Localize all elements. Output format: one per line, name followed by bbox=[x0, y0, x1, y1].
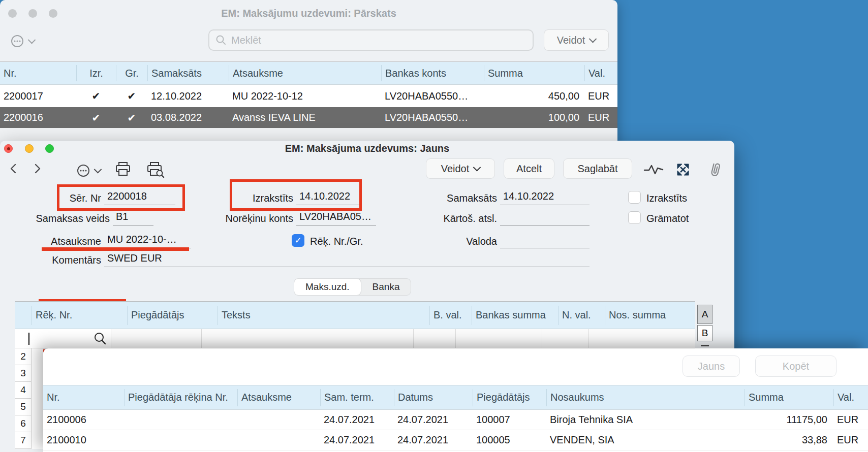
grid-row-number: 4 bbox=[15, 382, 32, 399]
column-header[interactable]: Sam. term. bbox=[320, 389, 394, 406]
valoda-field[interactable] bbox=[500, 234, 590, 248]
table-row[interactable]: 2200017 ✔ ✔ 12.10.2022 MU 2022-10-12 LV2… bbox=[0, 85, 617, 107]
print-preview-icon[interactable] bbox=[146, 162, 165, 178]
field-label: Valoda bbox=[427, 236, 497, 247]
column-header[interactable]: Val. bbox=[584, 65, 617, 81]
grid-gap bbox=[32, 348, 43, 449]
overview-table-header: Nr. Izr. Gr. Samaksāts Atsauksme Bankas … bbox=[0, 61, 617, 85]
search-input[interactable] bbox=[231, 35, 526, 46]
grid-row-number: 3 bbox=[15, 365, 32, 382]
tab-maks-uzd[interactable]: Maks.uzd. bbox=[294, 278, 361, 296]
close-button[interactable] bbox=[4, 144, 13, 153]
back-button[interactable] bbox=[7, 162, 20, 175]
grid-row[interactable] bbox=[15, 329, 695, 348]
samaksas-veids-field[interactable]: B1 bbox=[113, 211, 153, 225]
window-title: EM: Maksājumu uzdevumi: Pārskats bbox=[0, 0, 617, 19]
column-header[interactable]: Val. bbox=[833, 389, 868, 406]
column-header[interactable]: Piegādātājs bbox=[127, 306, 218, 325]
zoom-button[interactable] bbox=[49, 9, 57, 18]
field-label: Samaksas veids bbox=[15, 213, 110, 224]
create-button[interactable]: Veidot bbox=[544, 29, 609, 51]
checkmark-icon: ✔ bbox=[116, 90, 147, 102]
grid-row-number: 7 bbox=[15, 432, 32, 449]
close-button[interactable] bbox=[8, 9, 17, 18]
record-titlebar: EM: Maksājuma uzdevums: Jauns bbox=[0, 141, 734, 156]
record-tab-bar: Maks.uzd. Banka bbox=[294, 278, 411, 296]
samaksats-field[interactable]: 14.10.2022 bbox=[500, 190, 590, 205]
ellipsis-circle-icon bbox=[10, 34, 24, 48]
forward-button[interactable] bbox=[30, 162, 44, 175]
column-header[interactable]: Nosaukums bbox=[546, 389, 745, 406]
print-icon[interactable] bbox=[115, 162, 131, 177]
more-menu-button[interactable] bbox=[10, 32, 47, 50]
izrakstits-checkbox[interactable] bbox=[628, 191, 641, 204]
activity-zigzag-icon[interactable] bbox=[643, 164, 664, 176]
paste-special-magnifier-icon[interactable] bbox=[92, 332, 108, 346]
column-header[interactable]: Summa bbox=[484, 65, 584, 81]
ser-nr-field[interactable]: 2200018 bbox=[104, 190, 175, 205]
field-label: Izrakstīts bbox=[224, 192, 293, 204]
minimize-button[interactable] bbox=[25, 144, 34, 153]
column-header[interactable]: Gr. bbox=[116, 65, 147, 81]
flip-b-button[interactable]: B bbox=[697, 325, 712, 341]
column-header[interactable]: Nr. bbox=[43, 389, 124, 406]
paperclip-icon[interactable] bbox=[708, 162, 723, 178]
checkbox-label: Grāmatot bbox=[646, 213, 689, 224]
flip-a-button[interactable]: A bbox=[697, 305, 712, 324]
column-header[interactable]: Nr. bbox=[0, 65, 76, 81]
tab-banka[interactable]: Banka bbox=[361, 279, 411, 295]
field-label: Komentārs bbox=[30, 254, 101, 266]
chevron-down-icon bbox=[94, 165, 102, 173]
chevron-down-icon bbox=[473, 163, 481, 171]
cancel-button[interactable]: Atcelt bbox=[504, 158, 554, 179]
column-header[interactable]: B. val. bbox=[429, 306, 472, 325]
column-header[interactable]: Piegādātājs bbox=[473, 389, 546, 406]
atsauksme-field[interactable]: MU 2022-10-… bbox=[104, 234, 191, 248]
column-header[interactable]: Atsauksme bbox=[229, 65, 381, 81]
column-header[interactable]: Summa bbox=[745, 389, 833, 406]
column-header[interactable]: Izr. bbox=[76, 65, 116, 81]
grid-row-numbers: 2 3 4 5 6 7 bbox=[15, 348, 32, 449]
column-header[interactable]: Piegādātāja rēķina Nr. bbox=[124, 389, 237, 406]
flip-divider bbox=[701, 345, 709, 346]
more-menu-button[interactable] bbox=[76, 162, 113, 180]
zoom-button[interactable] bbox=[45, 144, 54, 153]
window-title: EM: Maksājuma uzdevums: Jauns bbox=[0, 141, 734, 154]
column-header[interactable]: N. val. bbox=[558, 306, 605, 325]
rek-nr-gr-checkbox[interactable]: ✓ bbox=[292, 234, 304, 247]
field-label: Sēr. Nr bbox=[30, 192, 101, 204]
column-header[interactable]: Datums bbox=[394, 389, 473, 406]
rek-nr-cell[interactable] bbox=[15, 329, 111, 348]
gramatot-checkbox[interactable] bbox=[628, 211, 641, 224]
create-button[interactable]: Veidot bbox=[426, 158, 495, 179]
column-header[interactable]: Samaksāts bbox=[147, 65, 229, 81]
grid-row-number: 6 bbox=[15, 415, 32, 432]
norekinu-konts-field[interactable]: LV20HABA05… bbox=[296, 211, 376, 225]
table-row-selected[interactable]: 2200016 ✔ ✔ 03.08.2022 Avanss IEVA LINE … bbox=[0, 107, 617, 128]
field-label: Samaksāts bbox=[427, 192, 497, 204]
column-header[interactable]: Nos. summa bbox=[605, 306, 695, 325]
copy-button[interactable]: Kopēt bbox=[755, 356, 836, 377]
minimize-button[interactable] bbox=[28, 9, 37, 18]
desktop: { "colors": { "desktop_blue": "#3a86c0",… bbox=[0, 0, 868, 452]
column-header[interactable]: Bankas konts bbox=[381, 65, 484, 81]
paste-special-window: Jauns Kopēt Nr. Piegādātāja rēķina Nr. A… bbox=[43, 348, 868, 452]
table-row[interactable]: 2100006 24.07.2021 24.07.2021 100007 Bir… bbox=[43, 410, 868, 430]
field-label: Norēķinu konts bbox=[203, 213, 293, 224]
kartos-atsl-field[interactable] bbox=[500, 211, 590, 225]
expand-icon[interactable] bbox=[676, 163, 690, 177]
checkbox-label: Rēķ. Nr./Gr. bbox=[310, 236, 363, 247]
column-header[interactable]: Bankas summa bbox=[472, 306, 558, 325]
izrakstits-field[interactable]: 14.10.2022 bbox=[296, 190, 361, 205]
save-button[interactable]: Saglabāt bbox=[563, 158, 632, 179]
column-header[interactable]: Rēķ. Nr. bbox=[32, 306, 127, 325]
table-row[interactable]: 2100010 24.07.2021 24.07.2021 100005 VEN… bbox=[43, 430, 868, 450]
komentars-field[interactable]: SWED EUR bbox=[104, 252, 590, 267]
search-icon bbox=[215, 35, 227, 46]
column-header[interactable]: Teksts bbox=[218, 306, 429, 325]
column-header[interactable]: Atsauksme bbox=[237, 389, 320, 406]
overview-toolbar: Veidot bbox=[0, 28, 617, 61]
search-field[interactable] bbox=[208, 29, 534, 51]
new-button[interactable]: Jauns bbox=[683, 356, 740, 377]
checkmark-icon: ✔ bbox=[76, 112, 116, 124]
